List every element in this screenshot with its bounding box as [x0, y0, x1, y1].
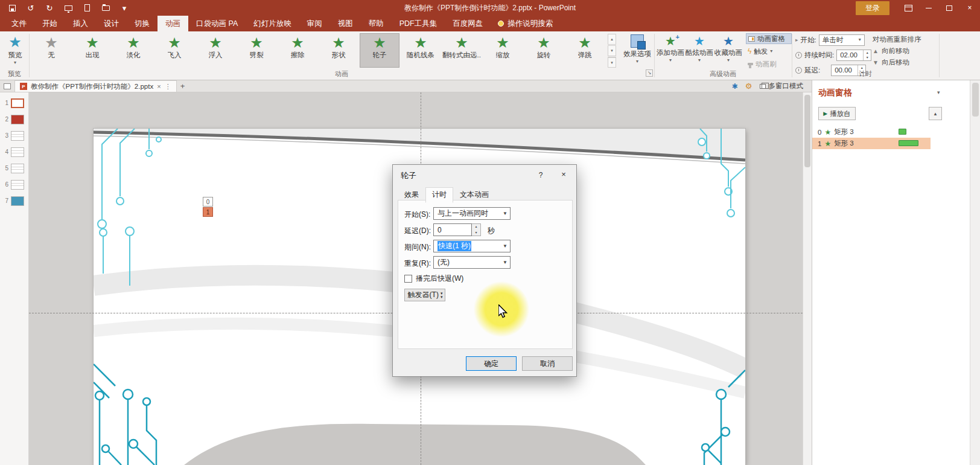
move-later-button[interactable]: ▼ 向后移动 — [873, 57, 939, 68]
anim-fade[interactable]: ★淡化 — [113, 33, 153, 68]
slide-thumb-3[interactable]: 3 — [0, 131, 28, 147]
anim-wheel[interactable]: ★轮子 — [360, 33, 399, 68]
cancel-button[interactable]: 取消 — [522, 356, 573, 371]
pane-collapse-button[interactable]: ▴ — [929, 107, 942, 120]
play-from-button[interactable]: ▶ 播放自 — [818, 107, 856, 120]
dialog-close-button[interactable]: × — [555, 168, 573, 181]
login-button[interactable]: 登录 — [856, 1, 889, 15]
slide-thumb-6[interactable]: 6 — [0, 180, 28, 196]
pane-scrollbar-thumb[interactable] — [972, 83, 979, 117]
slide-thumb-2[interactable]: 2 — [0, 115, 28, 131]
anim-bounce[interactable]: ★弹跳 — [565, 33, 605, 68]
anim-grow-turn[interactable]: ★翻转式由远... — [442, 33, 482, 68]
dialog-help-button[interactable]: ? — [534, 169, 547, 181]
favorite-animation-button[interactable]: ★ 收藏动画 ▾ — [714, 33, 742, 63]
maximize-button[interactable] — [939, 0, 959, 16]
animation-pane-button[interactable]: 动画窗格 — [746, 33, 792, 44]
multi-window-mode-button[interactable]: 多窗口模式 — [760, 82, 804, 91]
repeat-combobox[interactable]: (无) ▼ — [433, 256, 511, 269]
duration-input[interactable]: 02.00 ▴▾ — [836, 50, 871, 61]
anim-appear[interactable]: ★出现 — [72, 33, 112, 68]
preview-button[interactable]: ★ 预览 ▾ — [2, 33, 28, 65]
slide-thumb-4[interactable]: 4 — [0, 147, 28, 164]
move-earlier-button[interactable]: ▲ 向前移动 — [873, 45, 939, 57]
timeline-bar-0[interactable] — [899, 129, 906, 135]
ok-button[interactable]: 确定 — [466, 356, 517, 371]
document-tab[interactable]: P 教你制作《PPT制作倒计时功能》2.pptx × ⋮ — [14, 80, 177, 92]
customize-qat-icon[interactable]: ▾ — [119, 3, 129, 13]
pane-menu-icon[interactable]: ▾ — [937, 89, 940, 95]
gallery-more-button[interactable]: ▾ — [608, 57, 616, 68]
window-layout-icon[interactable] — [4, 83, 11, 89]
timeline-bar-1[interactable] — [899, 140, 918, 146]
countdown-box-1[interactable]: 1 — [203, 207, 213, 217]
close-tab-icon[interactable]: × — [157, 83, 161, 90]
anim-random-bars[interactable]: ★随机线条 — [401, 33, 441, 68]
anim-float-in[interactable]: ★浮入 — [196, 33, 235, 68]
delay-spinner[interactable]: ▴▾ — [472, 223, 481, 236]
slide-thumb-1[interactable]: 1 — [0, 98, 28, 115]
rewind-checkbox[interactable]: 播完后快退(W) — [404, 274, 463, 284]
anim-wipe[interactable]: ★擦除 — [278, 33, 317, 68]
dialog-title: 轮子 — [401, 170, 416, 181]
pane-scrollbar[interactable] — [970, 80, 980, 465]
tab-insert[interactable]: 插入 — [65, 16, 96, 31]
tab-transitions[interactable]: 切换 — [127, 16, 158, 31]
canvas-scrollbar[interactable] — [803, 92, 812, 465]
tab-review[interactable]: 审阅 — [299, 16, 330, 31]
animation-item-0[interactable]: 0 ★ 矩形 3 — [812, 126, 931, 138]
ribbon-display-options-icon[interactable] — [898, 0, 918, 16]
dialog-tab-timing[interactable]: 计时 — [425, 187, 453, 203]
tab-slideshow[interactable]: 幻灯片放映 — [246, 16, 299, 31]
gallery-scroll-down[interactable]: ▾ — [608, 45, 616, 56]
undo-icon[interactable]: ↺ — [26, 3, 36, 13]
tab-baidu-pan[interactable]: 百度网盘 — [445, 16, 491, 31]
tab-menu-icon[interactable]: ⋮ — [165, 83, 171, 91]
start-slideshow-icon[interactable] — [63, 3, 73, 13]
plugin-icon[interactable]: ✱ — [732, 82, 738, 91]
start-combobox[interactable]: 单击时 ▾ — [819, 34, 865, 46]
anim-zoom[interactable]: ★缩放 — [483, 33, 523, 68]
new-tab-button[interactable]: + — [177, 82, 189, 91]
add-animation-button[interactable]: ★+ 添加动画 ▾ — [657, 33, 684, 63]
canvas-scrollbar-thumb[interactable] — [804, 95, 810, 167]
anim-fly-in[interactable]: ★飞入 — [154, 33, 194, 68]
duration-spinner[interactable]: ▴▾ — [863, 50, 871, 60]
slide-thumb-5[interactable]: 5 — [0, 164, 28, 180]
animation-dialog-launcher-icon[interactable]: ↘ — [646, 69, 653, 77]
period-combobox[interactable]: 快速(1 秒) ▼ — [433, 240, 511, 252]
cool-animation-button[interactable]: ★ 酷炫动画 ▾ — [686, 33, 713, 63]
anim-swivel[interactable]: ★旋转 — [524, 33, 564, 68]
slide-thumb-7[interactable]: 7 — [0, 196, 28, 213]
tab-file[interactable]: 文件 — [4, 16, 34, 31]
gear-icon[interactable]: ⚙ — [745, 82, 752, 91]
start-combobox[interactable]: 与上一动画同时 ▼ — [433, 207, 511, 220]
tab-home[interactable]: 开始 — [34, 16, 65, 31]
anim-none[interactable]: ★无 — [31, 33, 71, 68]
anim-shape[interactable]: ★形状 — [319, 33, 358, 68]
countdown-box-0[interactable]: 0 — [203, 197, 213, 207]
save-icon[interactable] — [7, 3, 17, 13]
tab-design[interactable]: 设计 — [96, 16, 127, 31]
tab-pdf-tools[interactable]: PDF工具集 — [392, 16, 445, 31]
gallery-scroll: ▴ ▾ ▾ — [608, 34, 616, 68]
tab-view[interactable]: 视图 — [330, 16, 361, 31]
tell-me-search[interactable]: 操作说明搜索 — [491, 16, 560, 31]
redo-icon[interactable]: ↻ — [45, 3, 54, 13]
tab-help[interactable]: 帮助 — [361, 16, 392, 31]
gallery-scroll-up[interactable]: ▴ — [608, 34, 616, 45]
trigger-button[interactable]: ϟ 触发 ▾ — [746, 46, 792, 57]
slide-2-thumbnail — [11, 115, 24, 124]
anim-star-icon: ★ — [332, 35, 345, 51]
tab-pocket-animation[interactable]: 口袋动画 PA — [188, 16, 246, 31]
delay-input[interactable]: 0 — [433, 223, 472, 236]
close-button[interactable]: × — [959, 0, 980, 16]
open-file-icon[interactable] — [101, 3, 110, 13]
effect-options-button[interactable]: 效果选项 ▾ — [622, 33, 653, 64]
new-file-icon[interactable] — [82, 3, 92, 13]
triggers-button[interactable]: 触发器(T) ▾▾ — [404, 289, 445, 301]
animation-painter-button[interactable]: 动画刷 — [746, 59, 792, 69]
minimize-button[interactable] — [918, 0, 939, 16]
anim-split[interactable]: ★劈裂 — [237, 33, 276, 68]
tab-animations[interactable]: 动画 — [158, 16, 188, 31]
